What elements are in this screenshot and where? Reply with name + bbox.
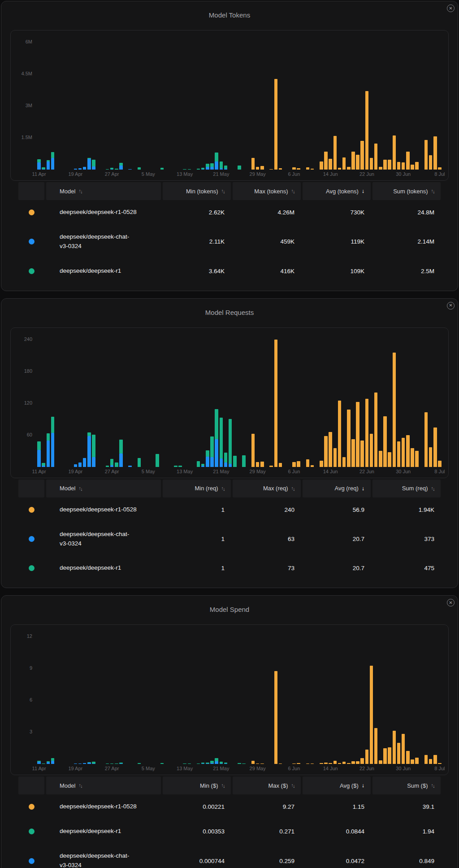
bar-segment[interactable] bbox=[87, 762, 91, 763]
bar-segment[interactable] bbox=[429, 759, 433, 764]
bar-segment[interactable] bbox=[115, 763, 118, 764]
bar-segment[interactable] bbox=[106, 169, 109, 170]
bar-segment[interactable] bbox=[210, 763, 214, 764]
bar-segment[interactable] bbox=[311, 169, 314, 170]
bar-segment[interactable] bbox=[279, 168, 282, 170]
bar-segment[interactable] bbox=[128, 466, 132, 467]
bar-segment[interactable] bbox=[220, 161, 223, 169]
bar-segment[interactable] bbox=[370, 666, 373, 764]
bar-segment[interactable] bbox=[324, 436, 328, 467]
header-cell-sum-[interactable]: Sum ($)↑↓ bbox=[372, 776, 441, 794]
sort-updown-icon[interactable]: ↑↓ bbox=[78, 486, 82, 491]
bar-segment[interactable] bbox=[92, 763, 95, 764]
bar-segment[interactable] bbox=[320, 763, 323, 764]
bar-segment[interactable] bbox=[324, 763, 328, 764]
bar-segment[interactable] bbox=[260, 763, 264, 764]
bar-segment[interactable] bbox=[406, 152, 410, 170]
bar-segment[interactable] bbox=[201, 168, 205, 169]
bar-segment[interactable] bbox=[206, 167, 209, 170]
bar-segment[interactable] bbox=[393, 135, 396, 170]
bar-segment[interactable] bbox=[356, 155, 359, 170]
bar-segment[interactable] bbox=[224, 763, 228, 764]
bar-segment[interactable] bbox=[351, 761, 355, 764]
sort-updown-icon[interactable]: ↑↓ bbox=[291, 188, 295, 194]
bar-segment[interactable] bbox=[279, 763, 282, 764]
bar-segment[interactable] bbox=[87, 159, 91, 170]
bar-segment[interactable] bbox=[360, 758, 364, 764]
bar-segment[interactable] bbox=[279, 463, 282, 467]
bar-segment[interactable] bbox=[393, 731, 396, 764]
bar-segment[interactable] bbox=[119, 440, 123, 454]
bar-segment[interactable] bbox=[306, 167, 310, 170]
bar-segment[interactable] bbox=[210, 436, 214, 457]
sort-updown-icon[interactable]: ↑↓ bbox=[78, 783, 82, 788]
bar-segment[interactable] bbox=[188, 763, 191, 764]
bar-segment[interactable] bbox=[215, 439, 218, 467]
bar-segment[interactable] bbox=[429, 155, 433, 170]
bar-segment[interactable] bbox=[110, 763, 114, 764]
bar-segment[interactable] bbox=[251, 158, 255, 170]
bar-segment[interactable] bbox=[188, 169, 191, 170]
bar-segment[interactable] bbox=[47, 762, 50, 764]
bar-segment[interactable] bbox=[383, 160, 387, 170]
bar-segment[interactable] bbox=[37, 441, 41, 450]
bar-segment[interactable] bbox=[365, 399, 369, 467]
bar-segment[interactable] bbox=[83, 763, 87, 764]
bar-segment[interactable] bbox=[406, 435, 410, 467]
bar-segment[interactable] bbox=[92, 166, 95, 170]
bar-segment[interactable] bbox=[110, 459, 114, 465]
bar-segment[interactable] bbox=[383, 748, 387, 764]
bar-segment[interactable] bbox=[87, 763, 91, 764]
bar-segment[interactable] bbox=[374, 728, 378, 764]
bar-segment[interactable] bbox=[47, 761, 50, 762]
bar-segment[interactable] bbox=[320, 461, 323, 467]
bar-segment[interactable] bbox=[87, 158, 91, 159]
bar-segment[interactable] bbox=[119, 163, 123, 166]
sort-updown-icon[interactable]: ↑↓ bbox=[431, 188, 435, 194]
bar-segment[interactable] bbox=[433, 755, 437, 764]
bar-segment[interactable] bbox=[224, 763, 228, 763]
bar-segment[interactable] bbox=[87, 432, 91, 436]
bar-segment[interactable] bbox=[201, 763, 205, 763]
bar-segment[interactable] bbox=[338, 401, 342, 467]
bar-segment[interactable] bbox=[220, 762, 223, 763]
bar-segment[interactable] bbox=[119, 763, 123, 764]
header-cell-avg-[interactable]: Avg ($)↓ bbox=[303, 776, 371, 794]
bar-segment[interactable] bbox=[256, 462, 260, 467]
bar-segment[interactable] bbox=[320, 161, 323, 170]
close-icon[interactable]: ✕ bbox=[447, 302, 455, 310]
column-label[interactable]: Min ($) bbox=[200, 782, 218, 789]
bar-segment[interactable] bbox=[360, 441, 364, 467]
sort-updown-icon[interactable]: ↑↓ bbox=[78, 188, 82, 194]
bar-segment[interactable] bbox=[138, 763, 141, 764]
bar-segment[interactable] bbox=[297, 763, 300, 764]
bar-segment[interactable] bbox=[42, 466, 45, 467]
bar-segment[interactable] bbox=[347, 167, 351, 170]
bar-segment[interactable] bbox=[42, 169, 45, 170]
sort-desc-icon[interactable]: ↓ bbox=[362, 188, 364, 194]
bar-segment[interactable] bbox=[206, 164, 209, 167]
header-cell-min-req-[interactable]: Min (req)↑↓ bbox=[163, 480, 231, 497]
bar-segment[interactable] bbox=[42, 167, 45, 169]
bar-segment[interactable] bbox=[393, 353, 396, 467]
bar-segment[interactable] bbox=[51, 152, 55, 158]
bar-segment[interactable] bbox=[388, 747, 391, 764]
bar-segment[interactable] bbox=[433, 136, 437, 170]
bar-segment[interactable] bbox=[224, 462, 228, 467]
bar-segment[interactable] bbox=[224, 453, 228, 462]
bar-segment[interactable] bbox=[338, 168, 342, 170]
bar-segment[interactable] bbox=[306, 459, 310, 467]
bar-segment[interactable] bbox=[183, 169, 186, 170]
bar-segment[interactable] bbox=[215, 758, 218, 761]
column-label[interactable]: Model bbox=[60, 188, 75, 195]
bar-segment[interactable] bbox=[402, 162, 405, 170]
bar-segment[interactable] bbox=[356, 761, 359, 764]
column-label[interactable]: Avg ($) bbox=[340, 782, 359, 789]
sort-updown-icon[interactable]: ↑↓ bbox=[291, 486, 295, 491]
bar-segment[interactable] bbox=[374, 393, 378, 467]
bar-segment[interactable] bbox=[83, 458, 87, 467]
bar-segment[interactable] bbox=[374, 144, 378, 170]
bar-segment[interactable] bbox=[128, 169, 132, 170]
bar-segment[interactable] bbox=[311, 465, 314, 467]
bar-segment[interactable] bbox=[333, 448, 337, 467]
